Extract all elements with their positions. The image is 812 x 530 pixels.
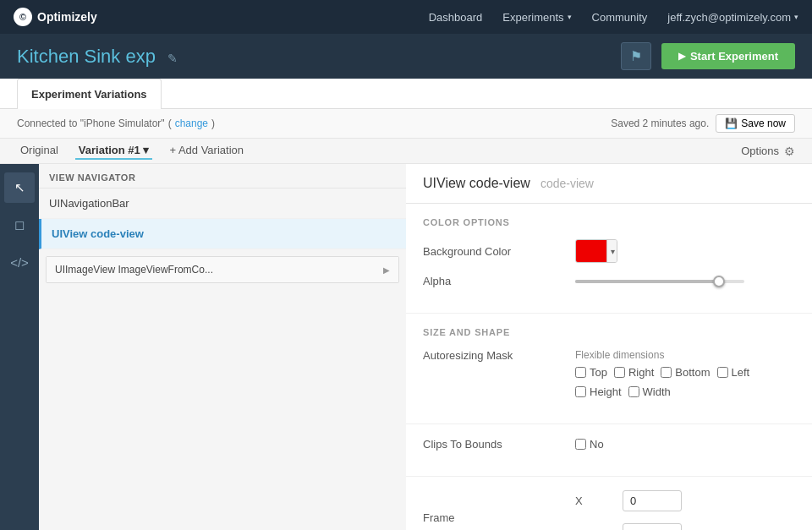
status-left: Connected to "iPhone Simulator" ( change… xyxy=(17,117,215,129)
checkbox-top[interactable]: Top xyxy=(575,366,607,379)
panel-title-badge: code-view xyxy=(540,177,594,190)
logo-circle: © xyxy=(14,8,32,26)
logo[interactable]: © Optimizely xyxy=(14,8,97,26)
frame-x-input[interactable] xyxy=(623,490,682,511)
tabs-bar: Experiment Variations xyxy=(0,79,812,109)
panel-header: UIView code-view code-view xyxy=(406,164,812,204)
checkbox-top-input[interactable] xyxy=(575,367,586,378)
tab-experiment-variations[interactable]: Experiment Variations xyxy=(17,79,162,109)
header-actions: ⚑ ▶ Start Experiment xyxy=(621,42,795,70)
sidebar-item-navigation-bar[interactable]: UINavigationBar xyxy=(39,189,406,219)
clips-no-label: No xyxy=(590,438,604,451)
flexible-dimensions-label: Flexible dimensions xyxy=(575,349,749,361)
shapes-tool-icon[interactable]: ◻ xyxy=(4,210,35,240)
flag-button[interactable]: ⚑ xyxy=(621,42,651,70)
change-connection-link[interactable]: change xyxy=(175,117,208,129)
connected-text: Connected to "iPhone Simulator" xyxy=(17,117,165,129)
app-header: Kitchen Sink exp ✎ ⚑ ▶ Start Experiment xyxy=(0,34,812,79)
color-swatch xyxy=(576,240,606,262)
nav-dashboard[interactable]: Dashboard xyxy=(429,11,483,24)
background-color-value: ▾ xyxy=(575,239,795,263)
status-right: Saved 2 minutes ago. 💾 Save now xyxy=(611,114,795,133)
view-navigator-panel: VIEW NAVIGATOR UINavigationBar UIView co… xyxy=(39,164,406,530)
checkbox-left-input[interactable] xyxy=(717,367,728,378)
checkbox-height[interactable]: Height xyxy=(575,385,622,398)
nav-user[interactable]: jeff.zych@optimizely.com ▾ xyxy=(667,11,798,24)
start-experiment-button[interactable]: ▶ Start Experiment xyxy=(661,43,795,69)
variation-dropdown-caret: ▾ xyxy=(143,144,149,156)
sub-panel-item-imageview[interactable]: UIImageView ImageViewFromCo... ▶ xyxy=(47,257,398,282)
checkbox-width-input[interactable] xyxy=(628,386,639,397)
nav-community[interactable]: Community xyxy=(592,11,648,24)
sidebar-item-code-view[interactable]: UIView code-view xyxy=(39,219,406,249)
tab-original[interactable]: Original xyxy=(17,142,62,160)
saved-text: Saved 2 minutes ago. xyxy=(611,117,709,129)
app-title-container: Kitchen Sink exp ✎ xyxy=(17,46,621,68)
status-bar: Connected to "iPhone Simulator" ( change… xyxy=(0,109,812,139)
checkbox-left-label: Left xyxy=(732,366,750,379)
alpha-slider-track xyxy=(575,280,744,283)
clips-to-bounds-label: Clips To Bounds xyxy=(423,438,575,451)
user-caret: ▾ xyxy=(794,13,798,21)
options-gear-icon[interactable]: ⚙ xyxy=(784,145,795,158)
add-variation-tab[interactable]: + Add Variation xyxy=(166,142,247,160)
code-tool-icon[interactable]: </> xyxy=(4,247,35,277)
cursor-tool-icon[interactable]: ↖ xyxy=(4,172,35,203)
checkboxes-row1: Top Right Bottom xyxy=(575,366,749,379)
play-icon: ▶ xyxy=(678,51,685,62)
checkbox-right-input[interactable] xyxy=(614,367,625,378)
alpha-slider[interactable] xyxy=(575,280,744,283)
sidebar: ↖ ◻ </> VIEW NAVIGATOR UINavigationBar U… xyxy=(0,164,406,530)
view-navigator-title: VIEW NAVIGATOR xyxy=(39,164,406,189)
size-shape-section: SIZE AND SHAPE Autoresizing Mask Flexibl… xyxy=(406,314,812,424)
autoresizing-row: Autoresizing Mask Flexible dimensions To… xyxy=(423,349,795,398)
app-title: Kitchen Sink exp xyxy=(17,46,156,67)
clips-no-input[interactable] xyxy=(575,439,586,450)
checkbox-height-input[interactable] xyxy=(575,386,586,397)
clips-value: No xyxy=(575,438,795,451)
logo-text: Optimizely xyxy=(37,10,97,24)
checkbox-bottom-input[interactable] xyxy=(661,367,672,378)
edit-title-icon[interactable]: ✎ xyxy=(167,52,178,65)
background-color-row: Background Color ▾ xyxy=(423,239,795,263)
checkbox-right[interactable]: Right xyxy=(614,366,654,379)
checkbox-bottom[interactable]: Bottom xyxy=(661,366,710,379)
checkbox-top-label: Top xyxy=(590,366,607,379)
variation-tabs: Original Variation #1 ▾ + Add Variation xyxy=(17,142,247,160)
checkbox-width[interactable]: Width xyxy=(628,385,671,398)
alpha-label: Alpha xyxy=(423,275,575,287)
background-color-label: Background Color xyxy=(423,245,575,258)
color-options-title: COLOR OPTIONS xyxy=(423,217,795,227)
flag-icon: ⚑ xyxy=(630,49,642,63)
color-dropdown-arrow-icon[interactable]: ▾ xyxy=(606,240,617,262)
save-now-label: Save now xyxy=(741,117,786,129)
frame-label: Frame xyxy=(423,511,575,524)
checkboxes-row2: Height Width xyxy=(575,385,749,398)
frame-x-label: X xyxy=(575,494,617,507)
alpha-slider-thumb[interactable] xyxy=(713,276,725,287)
frame-value: X Y xyxy=(575,490,795,530)
checkbox-width-label: Width xyxy=(643,385,671,398)
frame-row: Frame X Y xyxy=(423,490,795,530)
color-options-section: COLOR OPTIONS Background Color ▾ Alpha xyxy=(406,204,812,314)
checkbox-left[interactable]: Left xyxy=(717,366,750,379)
size-shape-title: SIZE AND SHAPE xyxy=(423,327,795,337)
sub-panel-label: UIImageView ImageViewFromCo... xyxy=(55,264,213,276)
frame-y-input[interactable] xyxy=(623,523,682,530)
top-nav-links: Dashboard Experiments ▾ Community jeff.z… xyxy=(429,11,798,24)
sidebar-icon-rail: ↖ ◻ </> xyxy=(0,164,39,530)
autoresizing-value: Flexible dimensions Top Right xyxy=(575,349,795,398)
main-area: ↖ ◻ </> VIEW NAVIGATOR UINavigationBar U… xyxy=(0,164,812,530)
color-swatch-container[interactable]: ▾ xyxy=(575,239,617,263)
experiments-caret: ▾ xyxy=(568,13,572,21)
options-right: Options ⚙ xyxy=(741,145,795,158)
tab-variation-1[interactable]: Variation #1 ▾ xyxy=(75,142,153,160)
options-label[interactable]: Options xyxy=(741,145,779,157)
checkbox-right-label: Right xyxy=(628,366,654,379)
clips-no-checkbox[interactable]: No xyxy=(575,438,604,451)
options-bar: Original Variation #1 ▾ + Add Variation … xyxy=(0,139,812,164)
nav-experiments[interactable]: Experiments ▾ xyxy=(502,11,571,24)
panel-title-main: UIView code-view xyxy=(423,176,530,191)
save-now-button[interactable]: 💾 Save now xyxy=(716,114,795,133)
sub-panel: UIImageView ImageViewFromCo... ▶ xyxy=(46,256,399,283)
